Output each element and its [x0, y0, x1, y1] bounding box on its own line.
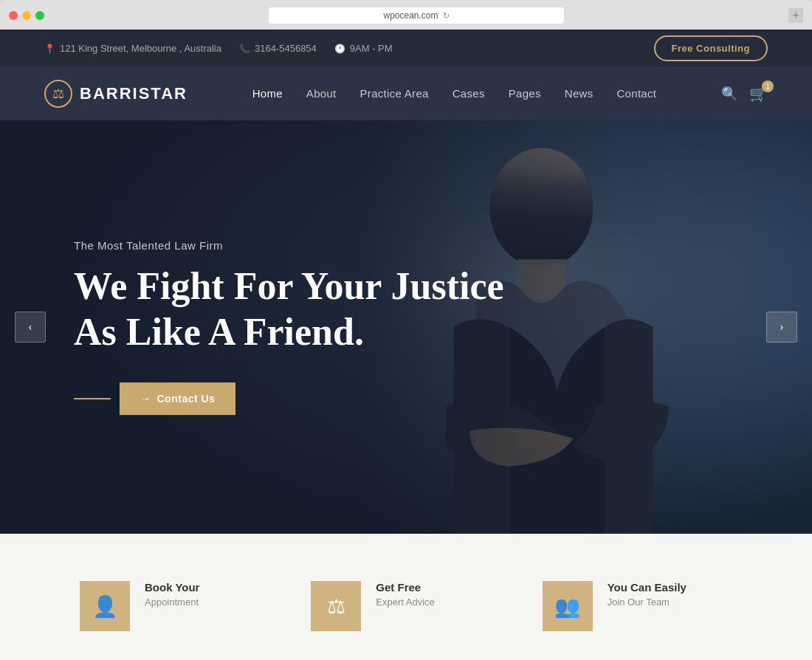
nav-link-cases[interactable]: Cases — [453, 87, 485, 100]
hero-section: The Most Talented Law Firm We Fight For … — [0, 120, 812, 534]
hours-info: 🕐 9AM - PM — [334, 43, 393, 54]
feature-subtitle-advice: Expert Advice — [376, 597, 435, 608]
hero-content: The Most Talented Law Firm We Fight For … — [74, 239, 504, 415]
feature-title-team: You Can Easily — [608, 581, 687, 594]
address-info: 📍 121 King Street, Melbourne , Australia — [44, 43, 221, 54]
location-icon: 📍 — [44, 44, 55, 54]
chevron-left-icon: ‹ — [28, 320, 32, 334]
phone-icon: 📞 — [239, 44, 250, 54]
contact-us-button[interactable]: → Contact Us — [120, 382, 235, 415]
feature-icon-person: 👤 — [80, 581, 130, 631]
minimize-button[interactable] — [22, 11, 31, 20]
browser-chrome: wpocean.com ↻ + — [0, 0, 812, 30]
top-bar-info: 📍 121 King Street, Melbourne , Australia… — [44, 43, 393, 54]
feature-subtitle-team: Join Our Team — [608, 597, 687, 608]
nav-item-pages[interactable]: Pages — [509, 87, 541, 100]
logo-icon: ⚖ — [44, 80, 72, 108]
hero-title-line2: As Like A Friend. — [74, 312, 364, 354]
address-bar[interactable]: wpocean.com ↻ — [269, 7, 564, 24]
cart-button[interactable]: 🛒 1 — [749, 85, 768, 103]
hero-line-decoration — [74, 398, 111, 399]
free-consulting-button[interactable]: Free Consulting — [654, 35, 768, 61]
nav-item-news[interactable]: News — [565, 87, 593, 100]
nav-item-home[interactable]: Home — [252, 87, 283, 100]
nav-item-practice[interactable]: Practice Area — [360, 87, 429, 100]
features-grid: 👤 Book Your Appointment ⚖ Get Free Exper… — [59, 563, 753, 649]
feature-title-appointment: Book Your — [145, 581, 199, 594]
feature-icon-team: 👥 — [543, 581, 593, 631]
clock-icon: 🕐 — [334, 44, 345, 54]
hero-title-line1: We Fight For Your Justice — [74, 265, 504, 307]
nav-actions: 🔍 🛒 1 — [721, 85, 768, 103]
phone-info: 📞 3164-5456854 — [239, 43, 317, 54]
url-text: wpocean.com — [383, 10, 438, 21]
feature-content-advice: Get Free Expert Advice — [376, 581, 435, 608]
logo[interactable]: ⚖ BARRISTAR — [44, 80, 187, 108]
feature-content-appointment: Book Your Appointment — [145, 581, 199, 608]
new-tab-button[interactable]: + — [788, 8, 803, 23]
hero-cta: → Contact Us — [74, 382, 504, 415]
navbar: ⚖ BARRISTAR Home About Practice Area Cas… — [0, 67, 812, 120]
nav-link-home[interactable]: Home — [252, 87, 283, 100]
feature-subtitle-appointment: Appointment — [145, 597, 199, 608]
cart-badge: 1 — [762, 80, 774, 92]
close-button[interactable] — [9, 11, 18, 20]
browser-window: wpocean.com ↻ + 📍 121 King Street, Melbo… — [0, 0, 812, 660]
nav-link-contact[interactable]: Contact — [616, 87, 656, 100]
feature-card-advice: ⚖ Get Free Expert Advice — [290, 563, 521, 649]
hero-btn-label: Contact Us — [157, 393, 216, 405]
feature-icon-scales: ⚖ — [311, 581, 361, 631]
phone-text: 3164-5456854 — [255, 43, 317, 54]
feature-content-team: You Can Easily Join Our Team — [608, 581, 687, 608]
nav-links: Home About Practice Area Cases Pages New… — [252, 87, 657, 100]
features-section: 👤 Book Your Appointment ⚖ Get Free Exper… — [0, 534, 812, 660]
hero-subtitle: The Most Talented Law Firm — [74, 239, 504, 252]
slider-prev-button[interactable]: ‹ — [15, 312, 46, 343]
hero-title: We Fight For Your Justice As Like A Frie… — [74, 264, 504, 356]
nav-link-news[interactable]: News — [565, 87, 593, 100]
logo-text: BARRISTAR — [80, 84, 187, 103]
nav-item-cases[interactable]: Cases — [453, 87, 485, 100]
nav-link-pages[interactable]: Pages — [509, 87, 541, 100]
arrow-right-icon: → — [140, 393, 151, 405]
nav-link-about[interactable]: About — [306, 87, 337, 100]
chevron-right-icon: › — [780, 320, 783, 334]
nav-item-contact[interactable]: Contact — [616, 87, 656, 100]
refresh-icon[interactable]: ↻ — [443, 11, 450, 21]
traffic-lights — [9, 11, 44, 20]
nav-item-about[interactable]: About — [306, 87, 337, 100]
nav-link-practice[interactable]: Practice Area — [360, 87, 429, 100]
slider-next-button[interactable]: › — [766, 312, 797, 343]
address-text: 121 King Street, Melbourne , Australia — [60, 43, 221, 54]
feature-card-appointment: 👤 Book Your Appointment — [59, 563, 290, 649]
top-bar: 📍 121 King Street, Melbourne , Australia… — [0, 30, 812, 67]
feature-title-advice: Get Free — [376, 581, 435, 594]
search-button[interactable]: 🔍 — [721, 86, 737, 102]
hours-text: 9AM - PM — [350, 43, 393, 54]
feature-card-team: 👥 You Can Easily Join Our Team — [522, 563, 753, 649]
maximize-button[interactable] — [35, 11, 44, 20]
